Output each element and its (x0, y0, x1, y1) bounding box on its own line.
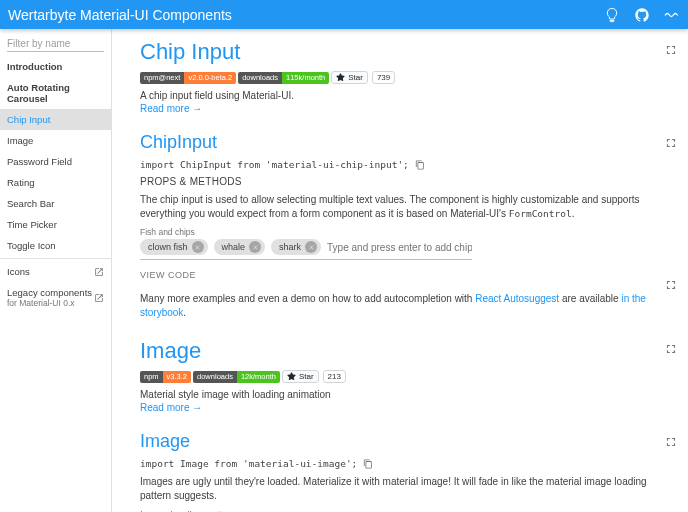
react-autosuggest-link[interactable]: React Autosuggest (475, 293, 559, 304)
github-star-count: 213 (323, 370, 346, 383)
chip-input-field[interactable]: clown fish whale shark (140, 239, 472, 260)
chip-delete-icon[interactable] (192, 241, 204, 253)
chip: shark (271, 239, 321, 255)
npm-badge: npmv3.3.2 (140, 371, 191, 383)
readmore-link[interactable]: Read more → (140, 103, 648, 114)
fullscreen-icon[interactable] (664, 43, 678, 57)
section-title-chip-input: Chip Input (140, 39, 648, 65)
chip-delete-icon[interactable] (305, 241, 317, 253)
props-heading[interactable]: PROPS & METHODS (140, 176, 648, 187)
lightbulb-icon[interactable] (604, 7, 620, 23)
copy-icon[interactable] (415, 160, 425, 170)
downloads-badge: downloads115k/month (238, 72, 329, 84)
external-link-icon (94, 267, 104, 277)
examples-note: Many more examples and even a demo on ho… (140, 292, 648, 320)
sidebar-item-sublabel: for Material-UI 0.x (7, 298, 92, 308)
section-title-image: Image (140, 338, 648, 364)
component-description: The chip input is used to allow selectin… (140, 193, 648, 221)
fullscreen-icon[interactable] (664, 342, 678, 356)
sidebar-item-label: Icons (7, 266, 30, 277)
sidebar-item-searchbar[interactable]: Search Bar (0, 193, 111, 214)
component-description: Images are ugly until they're loaded. Ma… (140, 475, 648, 503)
section-desc: A chip input field using Material-UI. (140, 90, 648, 101)
github-star-button[interactable]: Star (331, 71, 368, 84)
section-desc: Material style image with loading animat… (140, 389, 648, 400)
main-content: Chip Input npm@nextv2.0.0-beta.2 downloa… (112, 29, 688, 512)
fullscreen-icon[interactable] (664, 435, 678, 449)
filter-input[interactable] (7, 36, 104, 52)
sidebar-item-carousel[interactable]: Auto Rotating Carousel (0, 77, 111, 109)
copy-icon[interactable] (363, 459, 373, 469)
github-star-count: 739 (372, 71, 395, 84)
view-code-toggle[interactable]: VIEW CODE (140, 270, 648, 280)
import-statement: import ChipInput from 'material-ui-chip-… (140, 159, 409, 170)
sidebar-item-icons[interactable]: Icons (0, 261, 111, 282)
app-title: Wertarbyte Material-UI Components (8, 7, 604, 23)
fullscreen-icon[interactable] (664, 278, 678, 292)
external-link-icon (94, 293, 104, 303)
fullscreen-icon[interactable] (664, 136, 678, 150)
chip-field-label: Fish and chips (140, 227, 648, 237)
github-star-button[interactable]: Star (282, 370, 319, 383)
sidebar-item-image[interactable]: Image (0, 130, 111, 151)
sidebar-item-legacy[interactable]: Legacy components for Material-UI 0.x (0, 282, 111, 313)
component-title-image[interactable]: Image (140, 431, 648, 452)
chip: clown fish (140, 239, 208, 255)
chip: whale (214, 239, 266, 255)
downloads-badge: downloads12k/month (193, 371, 280, 383)
sidebar: Introduction Auto Rotating Carousel Chip… (0, 29, 112, 512)
sidebar-item-password[interactable]: Password Field (0, 151, 111, 172)
import-statement: import Image from 'material-ui-image'; (140, 458, 357, 469)
sidebar-item-toggleicon[interactable]: Toggle Icon (0, 235, 111, 256)
component-title-chipinput[interactable]: ChipInput (140, 132, 648, 153)
sidebar-item-timepicker[interactable]: Time Picker (0, 214, 111, 235)
sidebar-item-rating[interactable]: Rating (0, 172, 111, 193)
chip-delete-icon[interactable] (249, 241, 261, 253)
sidebar-item-label: Legacy components (7, 287, 92, 298)
sidebar-item-chip-input[interactable]: Chip Input (0, 109, 111, 130)
npm-badge: npm@nextv2.0.0-beta.2 (140, 72, 236, 84)
readmore-link[interactable]: Read more → (140, 402, 648, 413)
sidebar-item-introduction[interactable]: Introduction (0, 56, 111, 77)
chip-text-input[interactable] (327, 242, 472, 253)
github-icon[interactable] (634, 7, 650, 23)
wave-icon[interactable] (664, 7, 680, 23)
